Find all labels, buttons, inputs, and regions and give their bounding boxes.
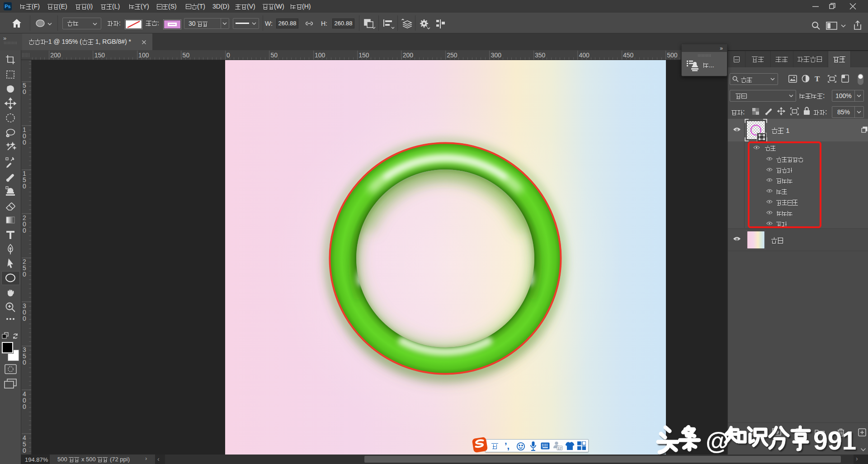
svg-text:17: 17	[558, 446, 562, 450]
svg-text:991: 991	[813, 426, 856, 455]
svg-text:@: @	[706, 427, 729, 454]
